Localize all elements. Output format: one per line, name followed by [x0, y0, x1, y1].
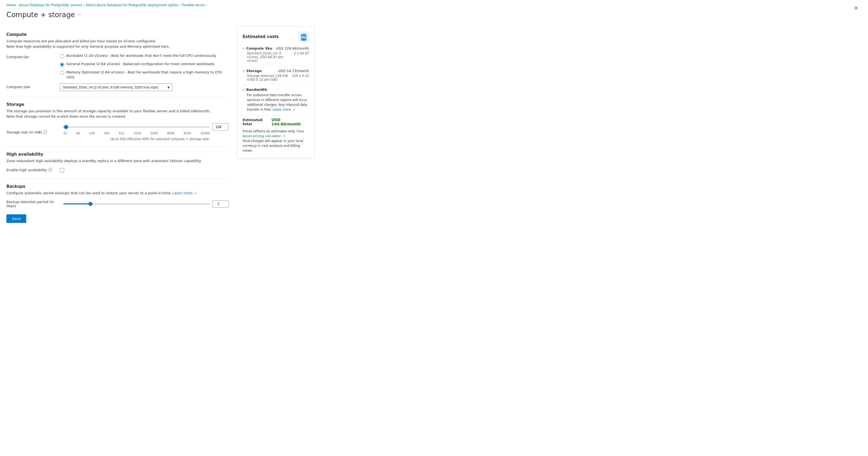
ha-desc: Zone redundant high availability deploys… — [6, 158, 228, 164]
cost-card-header: Estimated costs PG — [243, 31, 309, 42]
svg-point-3 — [301, 39, 306, 41]
slider-with-input — [63, 123, 228, 131]
bandwidth-learn-more-link[interactable]: Learn more — [273, 108, 291, 111]
right-panel: Estimated costs PG ∧ — [237, 26, 315, 158]
compute-sku-section: ∧ Compute Sku USD 129.94/month Standard_… — [243, 46, 309, 63]
backups-section: Backups Configure automatic server backu… — [6, 184, 228, 208]
storage-number-input[interactable] — [213, 123, 228, 131]
backup-number-input[interactable] — [213, 200, 228, 208]
compute-sku-chevron[interactable]: ∧ — [243, 47, 245, 50]
estimated-total-label: Estimated total — [243, 118, 271, 126]
breadcrumb-home[interactable]: Home — [6, 3, 16, 7]
storage-slider[interactable] — [63, 126, 210, 127]
external-link-icon: ↗ — [194, 191, 196, 195]
radio-burstable[interactable]: Burstable (1-20 vCores) - Best for workl… — [60, 53, 228, 58]
divider-1 — [6, 96, 228, 97]
storage-cost-label-group: ∧ Storage — [243, 69, 262, 73]
radio-general-input[interactable] — [60, 62, 64, 67]
cost-card: Estimated costs PG ∧ — [237, 26, 315, 158]
storage-size-label: Storage size (in GiB) — [6, 130, 42, 134]
storage-detail-row: Storage selected 128 GiB (USD 0.12 per G… — [247, 74, 309, 81]
compute-tier-options: Burstable (1-20 vCores) - Best for workl… — [60, 53, 228, 80]
backup-retention-label-group: Backup retention period (in days) — [6, 200, 60, 208]
storage-cost-chevron[interactable]: ∧ — [243, 69, 245, 72]
compute-tier-row: Compute tier Burstable (1-20 vCores) - B… — [6, 53, 228, 80]
backups-desc: Configure automatic server backups that … — [6, 191, 228, 196]
estimated-total-row: Estimated total USD 144.66/month — [243, 115, 309, 126]
radio-memory[interactable]: Memory Optimized (2-64 vCores) - Best fo… — [60, 70, 228, 80]
compute-sku-label-group: ∧ Compute Sku — [243, 46, 272, 50]
compute-sku-row: ∧ Compute Sku USD 129.94/month — [243, 46, 309, 50]
left-panel: Compute Compute resources are pre-alloca… — [6, 26, 228, 223]
radio-burstable-input[interactable] — [60, 54, 64, 58]
divider-3 — [6, 178, 228, 179]
save-button[interactable]: Save — [6, 214, 26, 223]
compute-detail-value: 2 x 64.97 — [292, 52, 309, 55]
backup-slider-container — [63, 200, 228, 208]
storage-size-row: Storage size (in GiB) i 32 64 128 256 — [6, 123, 228, 141]
ha-enable-label-group: Enable high availability i — [6, 168, 60, 172]
compute-detail: Standard_D2ds_v4 (2 vCores, USD 64.97 pe… — [243, 52, 309, 63]
compute-tier-label: Compute tier — [6, 53, 60, 59]
backup-retention-row: Backup retention period (in days) — [6, 200, 228, 208]
ha-checkbox-wrapper — [60, 168, 64, 173]
compute-size-label: Compute size — [6, 83, 60, 89]
backup-slider-with-input — [63, 200, 228, 208]
breadcrumb: Home › Azure Database for PostgreSQL ser… — [6, 3, 315, 7]
iops-note: Up to 500 effective IOPS for selected co… — [63, 137, 228, 141]
breadcrumb-deployment[interactable]: Select Azure Database for PostgreSQL dep… — [86, 3, 178, 7]
storage-cost-section: ∧ Storage USD 14.72/month Storage select… — [243, 69, 309, 81]
compute-size-select-wrapper: Standard_D2ds_v4 (2 vCores, 8 GiB memory… — [60, 83, 172, 91]
storage-section: Storage The storage you provision is the… — [6, 102, 228, 141]
close-button[interactable]: ✕ — [852, 4, 861, 12]
backups-learn-more-link[interactable]: Learn more — [173, 191, 192, 195]
compute-detail-label: Standard_D2ds_v4 (2 vCores, USD 64.97 pe… — [247, 52, 292, 63]
compute-size-row: Compute size Standard_D2ds_v4 (2 vCores,… — [6, 83, 228, 91]
radio-memory-input[interactable] — [60, 71, 64, 75]
compute-desc: Compute resources are pre-allocated and … — [6, 38, 228, 49]
storage-detail-label: Storage selected 128 GiB (USD 0.12 per G… — [247, 74, 290, 81]
ha-info-icon[interactable]: i — [49, 168, 52, 172]
compute-detail-row: Standard_D2ds_v4 (2 vCores, USD 64.97 pe… — [247, 52, 309, 63]
breadcrumb-servers[interactable]: Azure Database for PostgreSQL servers — [19, 3, 83, 7]
compute-title: Compute — [6, 32, 228, 37]
radio-general[interactable]: General Purpose (2-64 vCores) - Balanced… — [60, 62, 228, 67]
breadcrumb-flexible[interactable]: Flexible server — [182, 3, 205, 7]
compute-sku-label: Compute Sku — [246, 46, 272, 50]
high-availability-section: High availability Zone redundant high av… — [6, 152, 228, 173]
main-layout: Compute Compute resources are pre-alloca… — [6, 26, 315, 223]
storage-detail: Storage selected 128 GiB (USD 0.12 per G… — [243, 74, 309, 81]
compute-size-select[interactable]: Standard_D2ds_v4 (2 vCores, 8 GiB memory… — [60, 83, 172, 91]
info-icon[interactable]: i — [43, 130, 47, 134]
footer-actions: Save — [6, 214, 228, 223]
storage-cost-label: Storage — [246, 69, 262, 73]
backup-slider[interactable] — [63, 203, 210, 204]
bandwidth-note: For outbound data transfer across servic… — [243, 93, 309, 112]
backup-retention-label: Backup retention period (in days) — [6, 200, 60, 208]
cost-card-title: Estimated costs — [243, 34, 279, 39]
estimated-total-value: USD 144.66/month — [271, 118, 309, 126]
bandwidth-section: ∧ Bandwidth For outbound data transfer a… — [243, 88, 309, 112]
compute-section: Compute Compute resources are pre-alloca… — [6, 32, 228, 91]
compute-size-control: Standard_D2ds_v4 (2 vCores, 8 GiB memory… — [60, 83, 228, 91]
ha-enable-label: Enable high availability — [6, 168, 47, 172]
bandwidth-ext-icon: ↗ — [292, 108, 294, 112]
compute-sku-price: USD 129.94/month — [276, 46, 309, 50]
cost-divider-2 — [243, 85, 309, 85]
radio-burstable-label: Burstable (1-20 vCores) - Best for workl… — [66, 53, 216, 58]
more-options-icon[interactable]: ··· — [78, 12, 82, 18]
radio-general-label: General Purpose (2-64 vCores) - Balanced… — [66, 62, 214, 66]
ha-checkbox[interactable] — [60, 168, 64, 172]
storage-cost-price: USD 14.72/month — [278, 69, 309, 73]
ha-title: High availability — [6, 152, 228, 157]
pricing-ext-icon: ↗ — [283, 134, 285, 138]
page-header: Compute + storage ··· — [6, 11, 315, 19]
bandwidth-chevron[interactable]: ∧ — [243, 88, 245, 91]
cost-divider-1 — [243, 66, 309, 66]
storage-cost-row: ∧ Storage USD 14.72/month — [243, 69, 309, 73]
radio-memory-label: Memory Optimized (2-64 vCores) - Best fo… — [66, 70, 228, 80]
ha-enable-row: Enable high availability i — [6, 168, 228, 173]
bandwidth-label-group: ∧ Bandwidth — [243, 88, 267, 92]
slider-ticks: 32 64 128 256 512 1024 2048 4096 8192 16… — [63, 132, 228, 135]
slider-container: 32 64 128 256 512 1024 2048 4096 8192 16… — [63, 123, 228, 141]
